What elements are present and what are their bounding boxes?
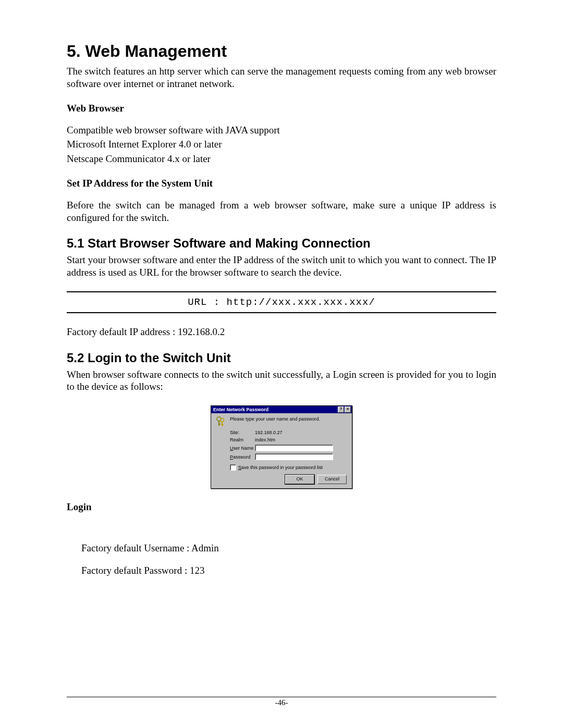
close-button[interactable]: ×: [345, 406, 351, 413]
login-dialog: Enter Network Password ? ×: [211, 405, 352, 489]
web-browser-heading: Web Browser: [67, 103, 496, 114]
save-password-checkbox[interactable]: [230, 464, 236, 471]
password-label: Password: [230, 454, 255, 460]
keys-icon: [216, 416, 226, 428]
dialog-body: Please type your user name and password.…: [211, 413, 352, 488]
svg-rect-1: [218, 421, 219, 426]
svg-rect-5: [222, 424, 224, 425]
set-ip-body: Before the switch can be managed from a …: [67, 199, 496, 224]
set-ip-heading: Set IP Address for the System Unit: [67, 178, 496, 189]
section-5-1-heading: 5.1 Start Browser Software and Making Co…: [67, 236, 496, 251]
svg-rect-4: [222, 422, 223, 426]
dialog-titlebar: Enter Network Password ? ×: [211, 406, 352, 413]
realm-value: index.htm: [255, 437, 347, 442]
section-5-1-body: Start your browser software and enter th…: [67, 254, 496, 279]
site-label: Site:: [230, 430, 255, 435]
url-example-block: URL : http://xxx.xxx.xxx.xxx/: [67, 291, 496, 313]
page-footer: -46-: [67, 697, 496, 707]
factory-ip-line: Factory default IP address : 192.168.0.2: [67, 326, 496, 338]
page-title: 5. Web Management: [67, 42, 496, 61]
section-5-2-body: When browser software connects to the sw…: [67, 368, 496, 393]
username-input[interactable]: [255, 445, 333, 451]
login-dialog-figure: Enter Network Password ? ×: [67, 405, 496, 489]
svg-rect-2: [218, 424, 221, 425]
login-default-password: Factory default Password : 123: [81, 564, 496, 577]
document-page: 5. Web Management The switch features an…: [0, 0, 563, 728]
dialog-prompt: Please type your user name and password.: [230, 416, 320, 422]
help-button[interactable]: ?: [338, 406, 344, 413]
username-label: User Name: [230, 446, 255, 451]
login-heading: Login: [67, 501, 496, 513]
cancel-button[interactable]: Cancel: [317, 475, 347, 484]
site-value: 192.168.0.27: [255, 430, 347, 435]
web-browser-line: Microsoft Internet Explorer 4.0 or later: [67, 138, 496, 151]
realm-label: Realm: [230, 437, 255, 442]
ok-button[interactable]: OK: [285, 475, 314, 484]
web-browser-line: Compatible web browser software with JAV…: [67, 124, 496, 137]
dialog-title: Enter Network Password: [213, 407, 268, 412]
web-browser-line: Netscape Communicator 4.x or later: [67, 153, 496, 165]
page-number: -46-: [275, 698, 288, 707]
intro-paragraph: The switch features an http server which…: [67, 65, 496, 90]
password-input[interactable]: [255, 453, 333, 460]
save-password-label: Save this password in your password list: [238, 465, 323, 470]
section-5-2-heading: 5.2 Login to the Switch Unit: [67, 351, 496, 365]
login-default-username: Factory default Username : Admin: [81, 542, 496, 554]
